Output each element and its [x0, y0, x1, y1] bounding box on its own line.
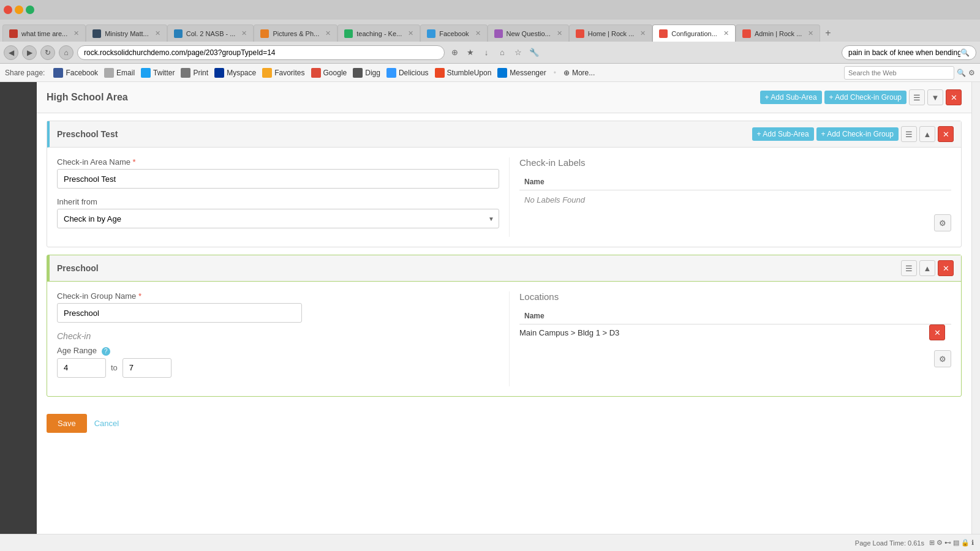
share-digg[interactable]: Digg: [353, 68, 380, 78]
close-button[interactable]: [4, 6, 12, 14]
locations-gear-button[interactable]: ⚙: [934, 350, 951, 367]
share-myspace[interactable]: Myspace: [214, 68, 256, 78]
tab-gmail-close[interactable]: ✕: [74, 29, 79, 37]
preschool-test-reorder-icon[interactable]: ☰: [901, 126, 917, 142]
age-from-input[interactable]: [57, 358, 106, 378]
age-to-input[interactable]: [123, 358, 172, 378]
tab-config[interactable]: Configuration... ✕: [652, 24, 736, 42]
admin-favicon: [742, 29, 751, 38]
address-input[interactable]: [77, 45, 445, 60]
tab-gmail[interactable]: what time are... ✕: [2, 24, 86, 42]
bookmark-icon[interactable]: ★: [464, 47, 477, 59]
favorites-icon[interactable]: ☆: [512, 47, 524, 59]
minimize-button[interactable]: [15, 6, 23, 14]
layout-icon[interactable]: ▤: [953, 539, 959, 547]
share-favorites[interactable]: Favorites: [262, 68, 304, 78]
search-web-input[interactable]: [844, 66, 954, 80]
share-twitter-label: Twitter: [153, 69, 175, 77]
locations-title: Locations: [519, 291, 951, 302]
tab-teaching[interactable]: teaching - Ke... ✕: [337, 24, 420, 42]
group-name-required: *: [138, 291, 141, 301]
tab-gmail-label: what time are...: [21, 30, 67, 37]
preschool-test-delete-icon[interactable]: ✕: [938, 126, 954, 142]
network-icon[interactable]: ⊷: [944, 539, 951, 547]
refresh-button[interactable]: ↻: [40, 45, 55, 60]
tab-ministry[interactable]: Ministry Matt... ✕: [86, 24, 167, 42]
tab-ministry-close[interactable]: ✕: [155, 29, 160, 37]
settings-status-icon[interactable]: ⚙: [937, 539, 943, 547]
preschool-collapse-icon[interactable]: ▲: [919, 260, 935, 276]
tab-admin-close[interactable]: ✕: [808, 29, 813, 37]
high-school-add-sub-area-button[interactable]: + Add Sub-Area: [760, 91, 822, 104]
high-school-delete-icon[interactable]: ✕: [946, 89, 962, 105]
google-share-icon: [311, 68, 321, 78]
high-school-reorder-icon[interactable]: ☰: [909, 89, 925, 105]
config-favicon: [659, 29, 668, 38]
tab-home[interactable]: Home | Rock ... ✕: [569, 24, 653, 42]
group-name-input[interactable]: [57, 303, 302, 323]
mdn-favicon: [260, 29, 269, 38]
share-more[interactable]: ⊕ More...: [564, 69, 595, 77]
browser-search-input[interactable]: [848, 48, 960, 57]
tab-col2[interactable]: Col. 2 NASB - ... ✕: [167, 24, 254, 42]
tab-teaching-close[interactable]: ✕: [408, 29, 413, 37]
cancel-button[interactable]: Cancel: [92, 414, 121, 433]
tools-icon[interactable]: 🔧: [528, 47, 540, 59]
share-delicious[interactable]: Delicious: [386, 68, 429, 78]
age-range-info-icon[interactable]: ?: [102, 347, 110, 356]
share-print[interactable]: Print: [181, 68, 208, 78]
share-messenger[interactable]: Messenger: [497, 68, 546, 78]
search-icon: 🔍: [960, 48, 970, 57]
browser-search-bar[interactable]: 🔍: [842, 45, 976, 60]
share-google[interactable]: Google: [311, 68, 347, 78]
preschool-delete-icon[interactable]: ✕: [938, 260, 954, 276]
preschool-test-add-checkin-button[interactable]: + Add Check-in Group: [816, 127, 899, 141]
tab-config-close[interactable]: ✕: [723, 29, 729, 37]
preschool-reorder-icon[interactable]: ☰: [901, 260, 917, 276]
settings-icon[interactable]: ⚙: [968, 69, 975, 77]
preschool-test-panel-body: Check-in Area Name * Inherit from Check …: [47, 148, 961, 247]
grid-icon[interactable]: ⊞: [929, 539, 935, 547]
tab-question-close[interactable]: ✕: [557, 29, 562, 37]
address-icons: ⊕ ★ ↓ ⌂ ☆ 🔧: [448, 47, 540, 59]
back-button[interactable]: ◀: [4, 45, 18, 60]
share-stumbleupon[interactable]: StumbleUpon: [435, 68, 492, 78]
preschool-test-collapse-icon[interactable]: ▲: [919, 126, 935, 142]
high-school-add-checkin-button[interactable]: + Add Check-in Group: [824, 91, 907, 104]
area-name-input[interactable]: [57, 169, 499, 189]
home-nav-button[interactable]: ⌂: [59, 45, 74, 60]
home-icon[interactable]: ⌂: [496, 47, 508, 59]
download-icon[interactable]: ↓: [480, 47, 492, 59]
share-twitter[interactable]: Twitter: [141, 68, 175, 78]
info-status-icon[interactable]: ℹ: [971, 539, 974, 547]
preschool-sub-panel: Preschool ☰ ▲ ✕ Check-in Group Name: [47, 255, 962, 397]
new-tab-button[interactable]: +: [820, 24, 835, 42]
right-scrollbar[interactable]: [971, 82, 980, 534]
tab-col2-close[interactable]: ✕: [241, 29, 247, 37]
labels-gear-button[interactable]: ⚙: [934, 214, 951, 231]
stumbleupon-share-icon: [435, 68, 445, 78]
tab-home-close[interactable]: ✕: [640, 29, 646, 37]
tab-facebook[interactable]: Facebook ✕: [420, 24, 487, 42]
tab-mdn-close[interactable]: ✕: [325, 29, 331, 37]
col2-favicon: [174, 29, 183, 38]
page-load-label: Page Load Time: 0.61s: [855, 539, 924, 547]
preschool-test-add-sub-area-button[interactable]: + Add Sub-Area: [752, 127, 814, 141]
add-bookmark-icon[interactable]: ⊕: [448, 47, 461, 59]
tab-mdn[interactable]: Pictures & Ph... ✕: [254, 24, 337, 42]
maximize-button[interactable]: [26, 6, 34, 14]
tab-admin[interactable]: Admin | Rock ... ✕: [736, 24, 820, 42]
share-facebook[interactable]: Facebook: [53, 68, 98, 78]
share-email-label: Email: [116, 69, 135, 77]
inherit-from-select[interactable]: Check in by Age None: [57, 209, 499, 228]
lock-icon[interactable]: 🔒: [961, 539, 970, 547]
tab-question[interactable]: New Questio... ✕: [488, 24, 569, 42]
search-web-icon[interactable]: 🔍: [957, 69, 966, 77]
location-delete-button[interactable]: ✕: [929, 324, 945, 340]
tab-facebook-close[interactable]: ✕: [475, 29, 481, 37]
ministry-favicon: [92, 29, 101, 38]
share-email[interactable]: Email: [104, 68, 135, 78]
forward-button[interactable]: ▶: [22, 45, 37, 60]
high-school-collapse-icon[interactable]: ▼: [927, 89, 943, 105]
save-button[interactable]: Save: [47, 414, 87, 433]
